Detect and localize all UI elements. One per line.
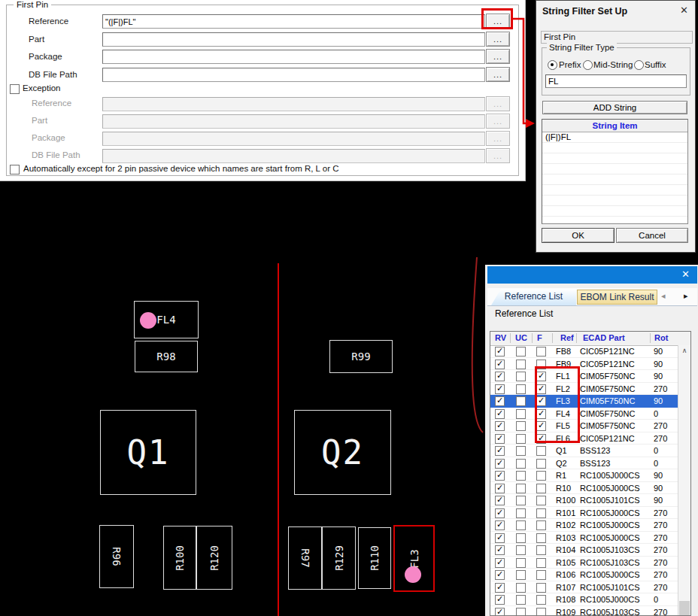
- table-row[interactable]: R101RC1005J000CS270: [490, 507, 678, 520]
- rv-checkbox[interactable]: [495, 360, 505, 369]
- table-row[interactable]: R104RC1005J103CS270: [490, 544, 678, 557]
- pcb-component-q2[interactable]: Q2: [294, 410, 391, 495]
- f-checkbox[interactable]: [536, 545, 546, 555]
- uc-checkbox[interactable]: [516, 372, 526, 381]
- rv-checkbox[interactable]: [495, 434, 505, 444]
- tab-scroll-right-icon[interactable]: ▸: [684, 291, 688, 301]
- rv-checkbox[interactable]: [495, 595, 505, 605]
- f-checkbox[interactable]: [536, 608, 546, 616]
- auto-except-checkbox[interactable]: [10, 165, 20, 174]
- part-input[interactable]: [102, 32, 485, 47]
- uc-checkbox[interactable]: [516, 595, 526, 605]
- table-row[interactable]: FB8CIC05P121NC90: [490, 345, 678, 358]
- table-row[interactable]: Q1BSS1230: [490, 445, 678, 457]
- package-input[interactable]: [102, 50, 485, 64]
- uc-checkbox[interactable]: [516, 533, 526, 543]
- uc-checkbox[interactable]: [516, 421, 526, 431]
- rv-checkbox[interactable]: [495, 384, 505, 394]
- rv-checkbox[interactable]: [495, 459, 505, 469]
- tab-reference-list[interactable]: Reference List: [491, 289, 576, 305]
- pcb-component-r100[interactable]: R100: [163, 526, 196, 590]
- f-checkbox[interactable]: [536, 558, 546, 568]
- reference-input[interactable]: [102, 14, 485, 29]
- table-row[interactable]: R105RC1005J103CS270: [490, 557, 678, 569]
- rv-checkbox[interactable]: [495, 421, 505, 431]
- f-checkbox[interactable]: [536, 347, 546, 357]
- table-row[interactable]: R100RC1005J101CS90: [490, 494, 678, 507]
- tab-scroll-left-icon[interactable]: ◂: [661, 291, 666, 301]
- suffix-radio[interactable]: [634, 60, 644, 70]
- uc-checkbox[interactable]: [516, 360, 526, 369]
- table-row[interactable]: FL3CIM05F750NC90: [490, 395, 678, 408]
- table-row[interactable]: FL2CIM05F750NC270: [490, 383, 678, 396]
- col-ref[interactable]: Ref: [560, 333, 574, 342]
- vertical-scrollbar[interactable]: ∧: [678, 345, 690, 615]
- uc-checkbox[interactable]: [516, 484, 526, 493]
- rv-checkbox[interactable]: [495, 570, 505, 580]
- scrollbar-thumb[interactable]: [679, 601, 690, 616]
- uc-checkbox[interactable]: [516, 608, 526, 616]
- panel-titlebar[interactable]: ✕: [487, 266, 697, 284]
- f-checkbox[interactable]: [536, 459, 546, 469]
- uc-checkbox[interactable]: [516, 570, 526, 580]
- col-f[interactable]: F: [537, 333, 542, 342]
- f-checkbox[interactable]: [536, 583, 546, 593]
- pcb-component-r97[interactable]: R97: [288, 526, 322, 590]
- pcb-component-r96[interactable]: R96: [99, 525, 134, 588]
- uc-checkbox[interactable]: [516, 347, 526, 357]
- part-browse-button[interactable]: ...: [486, 32, 510, 47]
- f-checkbox[interactable]: [536, 520, 546, 530]
- rv-checkbox[interactable]: [495, 533, 505, 543]
- uc-checkbox[interactable]: [516, 384, 526, 394]
- table-row[interactable]: FL1CIM05F750NC90: [490, 370, 678, 383]
- rv-checkbox[interactable]: [495, 520, 505, 530]
- table-row[interactable]: R108RC1005J000CS0: [490, 593, 678, 606]
- rv-checkbox[interactable]: [495, 484, 505, 493]
- rv-checkbox[interactable]: [495, 508, 505, 518]
- f-checkbox[interactable]: [536, 570, 546, 580]
- rv-checkbox[interactable]: [495, 496, 505, 505]
- uc-checkbox[interactable]: [516, 508, 526, 518]
- uc-checkbox[interactable]: [516, 558, 526, 568]
- rv-checkbox[interactable]: [495, 608, 505, 616]
- pcb-component-r98[interactable]: R98: [135, 341, 198, 372]
- uc-checkbox[interactable]: [516, 496, 526, 505]
- table-row[interactable]: R109RC1005J103CS270: [490, 606, 678, 616]
- f-checkbox[interactable]: [536, 471, 546, 481]
- rv-checkbox[interactable]: [495, 372, 505, 381]
- mid-string-radio[interactable]: [583, 60, 593, 70]
- db-file-path-browse-button[interactable]: ...: [486, 67, 510, 82]
- rv-checkbox[interactable]: [495, 583, 505, 593]
- col-rv[interactable]: RV: [495, 333, 506, 342]
- prefix-radio[interactable]: [548, 60, 557, 70]
- rv-checkbox[interactable]: [495, 558, 505, 568]
- db-file-path-input[interactable]: [102, 68, 485, 82]
- exception-checkbox[interactable]: [10, 84, 20, 94]
- uc-checkbox[interactable]: [516, 459, 526, 469]
- uc-checkbox[interactable]: [516, 583, 526, 593]
- close-icon[interactable]: ✕: [681, 269, 690, 280]
- f-checkbox[interactable]: [536, 446, 546, 456]
- table-row[interactable]: FL6CIC05P121NC270: [490, 432, 678, 445]
- uc-checkbox[interactable]: [516, 409, 526, 419]
- scroll-up-icon[interactable]: ∧: [678, 345, 690, 357]
- pcb-component-r120[interactable]: R120: [196, 526, 232, 590]
- table-row[interactable]: R10RC1005J000CS90: [490, 482, 678, 495]
- table-row[interactable]: R107RC1005J101CS270: [490, 581, 678, 594]
- uc-checkbox[interactable]: [516, 446, 526, 456]
- table-row[interactable]: FB9CIC05P121NC90: [490, 358, 678, 371]
- f-checkbox[interactable]: [536, 484, 546, 493]
- uc-checkbox[interactable]: [516, 545, 526, 555]
- pcb-component-r99[interactable]: R99: [329, 340, 393, 373]
- uc-checkbox[interactable]: [516, 520, 526, 530]
- table-row[interactable]: R106RC1005J000CS270: [490, 569, 678, 581]
- package-browse-button[interactable]: ...: [486, 49, 510, 64]
- pcb-component-r110[interactable]: R110: [358, 527, 391, 589]
- col-uc[interactable]: UC: [515, 333, 527, 342]
- col-rot[interactable]: Rot: [654, 333, 668, 342]
- table-row[interactable]: R1RC1005J000CS90: [490, 469, 678, 482]
- table-row[interactable]: FL5CIM05F750NC270: [490, 420, 678, 432]
- string-item[interactable]: (|F|)FL: [542, 132, 687, 143]
- f-checkbox[interactable]: [536, 496, 546, 505]
- pcb-component-q1[interactable]: Q1: [100, 410, 196, 495]
